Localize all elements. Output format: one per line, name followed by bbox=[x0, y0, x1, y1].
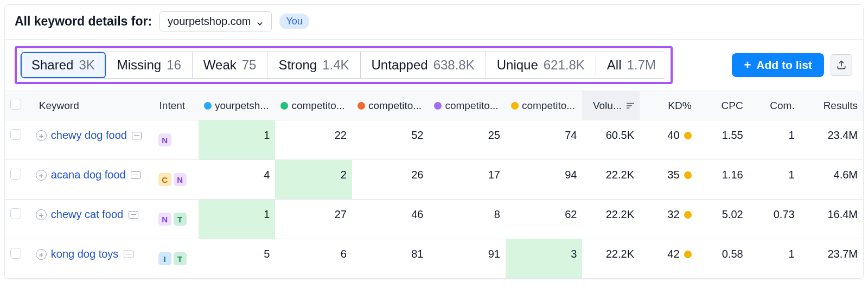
serp-icon[interactable] bbox=[132, 132, 142, 139]
row-checkbox[interactable] bbox=[10, 169, 21, 180]
table-header-row: Keyword Intent yourpetsh... competito...… bbox=[5, 91, 863, 120]
filter-tab-all[interactable]: All1.7M bbox=[596, 52, 667, 78]
domain-select-value: yourpetshop.com bbox=[168, 15, 251, 28]
position-cell: 91 bbox=[429, 239, 506, 278]
position-cell: 1 bbox=[199, 200, 276, 239]
position-cell: 52 bbox=[352, 120, 429, 159]
kd-cell: 40 bbox=[640, 120, 697, 159]
col-intent[interactable]: Intent bbox=[154, 91, 199, 120]
filter-count: 1.4K bbox=[322, 57, 349, 73]
kd-dot-icon bbox=[684, 251, 692, 258]
col-competitor-3[interactable]: competito... bbox=[429, 91, 506, 120]
table-row: +chewy dog food N12252257460.5K401.55123… bbox=[5, 120, 863, 160]
filter-tab-strong[interactable]: Strong1.4K bbox=[267, 52, 360, 78]
filter-count: 621.8K bbox=[544, 57, 585, 73]
keyword-link[interactable]: acana dog food bbox=[51, 169, 126, 181]
kd-dot-icon bbox=[684, 132, 692, 139]
filter-tab-missing[interactable]: Missing16 bbox=[106, 52, 193, 78]
export-icon bbox=[836, 60, 847, 71]
position-cell: 22 bbox=[275, 120, 352, 159]
position-cell: 27 bbox=[275, 200, 352, 239]
col-results[interactable]: Results bbox=[800, 91, 863, 120]
filter-tab-unique[interactable]: Unique621.8K bbox=[486, 52, 596, 78]
position-cell: 26 bbox=[352, 160, 429, 199]
svg-rect-2 bbox=[627, 107, 629, 108]
position-cell: 6 bbox=[275, 239, 352, 278]
filter-tab-weak[interactable]: Weak75 bbox=[193, 52, 268, 78]
row-checkbox[interactable] bbox=[10, 208, 21, 219]
serp-icon[interactable] bbox=[129, 211, 138, 219]
col-competitor-0[interactable]: yourpetsh... bbox=[199, 91, 276, 120]
col-competitor-4[interactable]: competito... bbox=[506, 91, 583, 120]
plus-icon: + bbox=[744, 59, 751, 71]
keyword-link[interactable]: chewy dog food bbox=[51, 129, 127, 141]
col-competitor-2[interactable]: competito... bbox=[352, 91, 429, 120]
kd-cell: 35 bbox=[640, 160, 697, 199]
volume-cell: 22.2K bbox=[582, 200, 640, 239]
add-to-list-button[interactable]: + Add to list bbox=[732, 53, 824, 77]
serp-icon[interactable] bbox=[131, 171, 141, 179]
volume-cell: 60.5K bbox=[582, 120, 640, 159]
col-com[interactable]: Com. bbox=[749, 91, 800, 120]
keyword-gap-panel: All keyword details for: yourpetshop.com… bbox=[4, 4, 864, 279]
filter-count: 3K bbox=[79, 57, 94, 73]
filter-label: All bbox=[607, 57, 622, 73]
filter-tab-untapped[interactable]: Untapped638.8K bbox=[361, 52, 486, 78]
right-controls: + Add to list bbox=[732, 53, 863, 77]
filter-count: 16 bbox=[167, 57, 181, 73]
filter-label: Unique bbox=[497, 57, 538, 73]
intent-badge: N bbox=[158, 213, 171, 226]
table-row: +kong dog toys IT568191322.2K420.58123.7… bbox=[5, 239, 863, 279]
row-checkbox[interactable] bbox=[10, 129, 21, 140]
chevron-down-icon bbox=[256, 18, 264, 25]
svg-rect-0 bbox=[627, 103, 634, 104]
expand-icon[interactable]: + bbox=[36, 209, 47, 220]
kd-dot-icon bbox=[684, 171, 692, 179]
sort-icon bbox=[627, 100, 634, 111]
filter-label: Weak bbox=[203, 57, 237, 73]
results-cell: 16.4M bbox=[800, 200, 863, 239]
filter-tab-shared[interactable]: Shared3K bbox=[21, 52, 106, 78]
serp-icon[interactable] bbox=[124, 251, 133, 258]
panel-header: All keyword details for: yourpetshop.com… bbox=[5, 5, 863, 39]
expand-icon[interactable]: + bbox=[36, 170, 47, 181]
export-button[interactable] bbox=[831, 54, 852, 76]
filter-count: 638.8K bbox=[433, 57, 475, 73]
table-body: +chewy dog food N12252257460.5K401.55123… bbox=[5, 120, 863, 279]
col-keyword[interactable]: Keyword bbox=[34, 91, 154, 120]
position-cell: 1 bbox=[199, 120, 276, 159]
cpc-cell: 1.55 bbox=[697, 120, 749, 159]
results-cell: 23.4M bbox=[800, 120, 863, 159]
filter-label: Missing bbox=[117, 57, 161, 73]
cpc-cell: 5.02 bbox=[697, 200, 749, 239]
select-all-checkbox[interactable] bbox=[10, 99, 21, 110]
filter-count: 75 bbox=[242, 57, 257, 73]
com-cell: 0.73 bbox=[749, 200, 800, 239]
expand-icon[interactable]: + bbox=[36, 249, 47, 260]
position-cell: 8 bbox=[429, 200, 506, 239]
header-title: All keyword details for: bbox=[15, 14, 152, 29]
com-cell: 1 bbox=[749, 120, 800, 159]
results-cell: 23.7M bbox=[800, 239, 863, 278]
volume-cell: 22.2K bbox=[582, 239, 640, 278]
filter-row: Shared3KMissing16Weak75Strong1.4KUntappe… bbox=[5, 40, 863, 91]
col-competitor-1[interactable]: competito... bbox=[275, 91, 352, 120]
position-cell: 74 bbox=[506, 120, 583, 159]
col-cpc[interactable]: CPC bbox=[697, 91, 749, 120]
intent-badge: C bbox=[158, 173, 171, 186]
position-cell: 46 bbox=[352, 200, 429, 239]
col-kd[interactable]: KD% bbox=[640, 91, 697, 120]
com-cell: 1 bbox=[749, 160, 800, 199]
cpc-cell: 0.58 bbox=[697, 239, 749, 278]
row-checkbox[interactable] bbox=[10, 248, 21, 259]
position-cell: 81 bbox=[352, 239, 429, 278]
filter-segments: Shared3KMissing16Weak75Strong1.4KUntappe… bbox=[20, 52, 667, 79]
keyword-link[interactable]: kong dog toys bbox=[51, 248, 119, 260]
expand-icon[interactable]: + bbox=[36, 130, 47, 141]
keyword-link[interactable]: chewy cat food bbox=[51, 208, 123, 220]
domain-select[interactable]: yourpetshop.com bbox=[159, 11, 272, 31]
table-row: +acana dog food CN4226179422.2K351.1614.… bbox=[5, 160, 863, 200]
col-volume[interactable]: Volu... bbox=[582, 91, 640, 120]
position-cell: 3 bbox=[506, 239, 583, 278]
position-cell: 17 bbox=[429, 160, 506, 199]
